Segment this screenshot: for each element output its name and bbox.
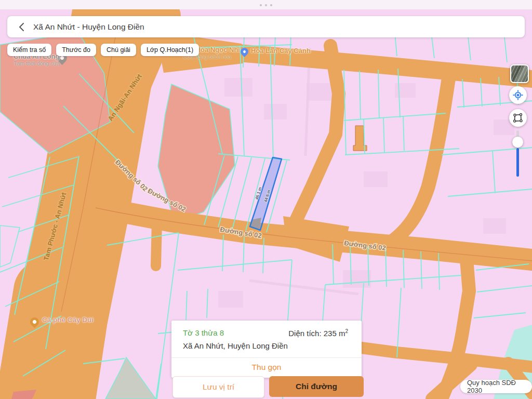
- zoom-slider-track-bottom[interactable]: [516, 148, 519, 177]
- legend-button[interactable]: Chú giải: [101, 44, 136, 56]
- title-bar: Xã An Nhứt - Huyện Long Điền: [7, 16, 525, 37]
- back-button[interactable]: [16, 21, 27, 33]
- area-label: Diện tích: 235 m2: [288, 328, 348, 338]
- road-stub: [156, 222, 157, 266]
- planning-layer-button[interactable]: Lớp Q.Hoạch(1): [141, 44, 199, 56]
- directions-button[interactable]: Chỉ đường: [269, 376, 364, 397]
- locate-me-button[interactable]: [509, 86, 527, 104]
- save-location-button[interactable]: Lưu vị trí: [172, 376, 264, 398]
- check-number-button[interactable]: Kiểm tra số: [7, 44, 51, 56]
- app-screen: 46.1 m 44.6 m An Ngãi-An Nhứt Tam Phước …: [0, 0, 532, 399]
- measure-button[interactable]: Thước đo: [56, 44, 96, 56]
- planning-map-badge: Quy hoạch SDĐ 2030: [460, 380, 532, 393]
- parcel-address: Xã An Nhứt, Huyện Long Điền: [171, 338, 362, 357]
- polygon-corners-icon: [513, 113, 523, 123]
- crosshair-target-icon: [513, 90, 523, 100]
- collapse-button[interactable]: Thu gọn: [171, 358, 362, 378]
- measure-area-button[interactable]: [509, 109, 527, 127]
- zoom-slider-thumb[interactable]: [512, 137, 523, 148]
- chevron-left-icon: [19, 22, 24, 32]
- action-buttons: Lưu vị trí Chỉ đường: [172, 376, 364, 398]
- parcel-info-card: Tờ 3 thửa 8 Diện tích: 235 m2 Xã An Nhứt…: [171, 321, 362, 378]
- sheet-parcel-label: Tờ 3 thửa 8: [183, 328, 224, 338]
- status-bar: [0, 0, 532, 9]
- poi-hoa-lan-cay-canh[interactable]: Hoa Lan Cây Cảnh: [241, 47, 311, 55]
- layer-switcher-thumbnail[interactable]: [510, 64, 529, 83]
- page-title: Xã An Nhứt - Huyện Long Điền: [33, 22, 144, 32]
- poi-ca-phe-cay-dui[interactable]: Cà phê Cây Dúi: [30, 316, 94, 324]
- toolbar: Kiểm tra số Thước đo Chú giải Lớp Q.Hoạc…: [7, 44, 199, 56]
- window-dots-icon: [260, 4, 272, 6]
